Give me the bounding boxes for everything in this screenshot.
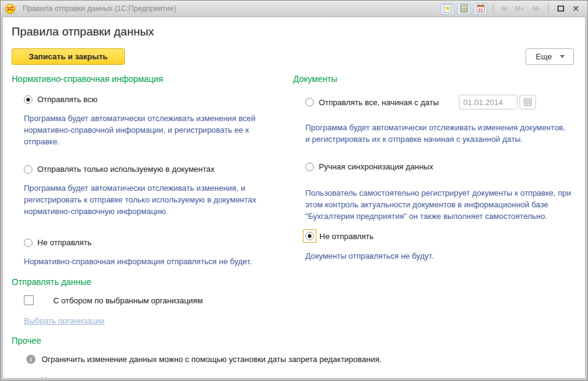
memory-m-minus-button[interactable]: M- [530,5,543,12]
radio-icon[interactable] [305,98,314,106]
section-title-nsi: Нормативно-справочная информация [12,74,283,84]
start-date-input[interactable] [459,95,518,109]
radio-icon[interactable] [305,163,314,171]
checkbox-option-filter-orgs[interactable]: С отбором по выбранным организациям [24,295,283,305]
radio-option-send-all-nsi[interactable]: Отправлять всю [24,95,283,104]
radio-option-manual-sync[interactable]: Ручная синхронизация данных [305,162,571,171]
more-button-label: Еще [536,52,552,61]
maximize-button[interactable] [554,3,567,14]
titlebar: 1С Правила отправки данных (1С:Предприят… [1,1,587,17]
radio-label: Ручная синхронизация данных [319,162,433,171]
hint-text: Пользователь самостоятельно регистрирует… [305,187,571,222]
hint-text: Документы отправляться не будут. [305,250,571,262]
page-title: Правила отправки данных [12,25,585,39]
radio-option-send-all-docs[interactable]: Отправлять все, начиная с даты [305,95,571,109]
hint-text: Нормативно-справочная информация отправл… [24,256,283,267]
info-icon: i [26,355,35,364]
memory-m-plus-button[interactable]: M+ [513,5,527,12]
start-date-field-group [459,95,536,109]
svg-text:31: 31 [478,8,483,12]
hint-text: Программа будет автоматически отслеживат… [24,182,281,217]
radio-icon[interactable] [24,95,32,104]
save-and-close-button[interactable]: Записать и закрыть [12,48,125,65]
radio-icon[interactable] [24,239,32,247]
calendar-picker-icon [524,98,532,106]
radio-option-no-send-docs[interactable]: Не отправлять [303,229,571,243]
app-window: 1С Правила отправки данных (1С:Предприят… [0,0,588,381]
close-button[interactable]: ✕ [570,3,582,14]
radio-label: Отправлять всю [37,95,97,104]
titlebar-separator [548,4,549,13]
favorites-icon[interactable] [441,3,454,15]
radio-focus-ring [303,229,316,243]
calendar-icon[interactable]: 31 [474,3,487,15]
window-title: Правила отправки данных (1С:Предприятие) [23,4,176,13]
checkbox-label: С отбором по выбранным организациям [53,296,203,305]
date-picker-button[interactable] [519,95,536,109]
maximize-icon [557,6,564,12]
chevron-down-icon [560,55,565,58]
radio-label: Отправлять все, начиная с даты [319,98,439,107]
radio-option-send-used-nsi[interactable]: Отправлять только используемую в докумен… [24,165,283,174]
section-title-send-data: Отправлять данные [12,277,283,287]
form-content: Правила отправки данных Записать и закры… [3,17,585,378]
radio-label: Отправлять только используемую в докумен… [37,165,215,174]
radio-icon[interactable] [305,232,314,240]
1c-logo-icon: 1С [5,4,15,14]
radio-option-no-send-nsi[interactable]: Не отправлять [24,238,283,247]
section-title-documents: Документы [293,74,571,84]
titlebar-separator [493,4,493,13]
radio-label: Не отправлять [37,238,92,247]
calculator-icon[interactable] [457,3,471,15]
hint-text: Программа будет автоматически отслеживат… [305,122,571,145]
more-button[interactable]: Еще [526,48,574,65]
checkbox-icon[interactable] [24,295,34,305]
select-organizations-link[interactable]: Выбрать организации [24,316,105,325]
set-edit-ban-date-link[interactable]: Установить дату запрета изменения данных [42,375,205,378]
section-title-other: Прочее [12,336,283,346]
radio-label: Не отправлять [319,232,374,241]
radio-icon[interactable] [24,165,32,174]
memory-m-button[interactable]: M [499,5,509,12]
hint-text: Программа будет автоматически отслеживат… [24,113,281,147]
